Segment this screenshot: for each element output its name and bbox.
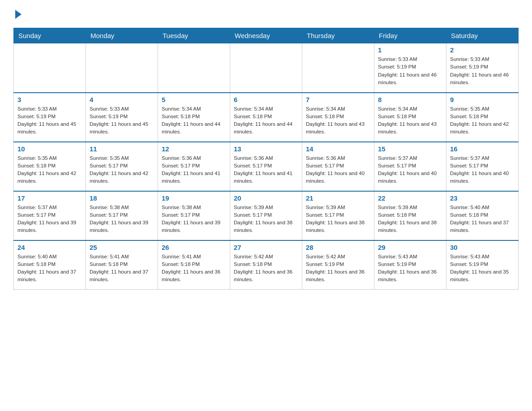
day-info: Sunrise: 5:33 AM Sunset: 5:19 PM Dayligh… [450,56,515,86]
calendar-cell: 7Sunrise: 5:34 AM Sunset: 5:18 PM Daylig… [302,93,374,142]
day-number: 16 [450,145,515,153]
day-info: Sunrise: 5:39 AM Sunset: 5:17 PM Dayligh… [234,204,298,235]
calendar-cell: 4Sunrise: 5:33 AM Sunset: 5:19 PM Daylig… [86,93,158,142]
calendar-cell: 12Sunrise: 5:36 AM Sunset: 5:17 PM Dayli… [158,142,230,191]
day-number: 3 [17,96,82,103]
calendar-cell: 20Sunrise: 5:39 AM Sunset: 5:17 PM Dayli… [230,191,302,240]
day-number: 10 [17,145,82,153]
calendar-cell [158,43,230,93]
calendar-cell: 13Sunrise: 5:36 AM Sunset: 5:17 PM Dayli… [230,142,302,191]
logo [13,9,21,19]
day-info: Sunrise: 5:38 AM Sunset: 5:17 PM Dayligh… [90,204,154,235]
calendar-cell: 8Sunrise: 5:34 AM Sunset: 5:18 PM Daylig… [374,93,446,142]
day-number: 21 [306,194,370,202]
day-info: Sunrise: 5:43 AM Sunset: 5:19 PM Dayligh… [378,253,442,284]
page-header [13,9,519,19]
day-number: 28 [306,244,370,251]
day-number: 12 [162,145,226,153]
calendar-cell: 5Sunrise: 5:34 AM Sunset: 5:18 PM Daylig… [158,93,230,142]
calendar-cell: 27Sunrise: 5:42 AM Sunset: 5:18 PM Dayli… [230,240,302,290]
day-number: 26 [162,244,226,251]
day-number: 13 [234,145,298,153]
day-info: Sunrise: 5:43 AM Sunset: 5:19 PM Dayligh… [450,253,515,284]
day-number: 27 [234,244,298,251]
day-info: Sunrise: 5:37 AM Sunset: 5:17 PM Dayligh… [17,204,82,235]
calendar-table: SundayMondayTuesdayWednesdayThursdayFrid… [13,28,519,290]
day-number: 19 [162,194,226,202]
day-info: Sunrise: 5:34 AM Sunset: 5:18 PM Dayligh… [234,105,298,136]
day-info: Sunrise: 5:34 AM Sunset: 5:18 PM Dayligh… [378,105,442,136]
column-header-thursday: Thursday [302,28,374,43]
day-number: 8 [378,96,442,103]
calendar-cell: 17Sunrise: 5:37 AM Sunset: 5:17 PM Dayli… [14,191,86,240]
calendar-cell: 29Sunrise: 5:43 AM Sunset: 5:19 PM Dayli… [374,240,446,290]
day-info: Sunrise: 5:41 AM Sunset: 5:18 PM Dayligh… [90,253,154,284]
calendar-cell [230,43,302,93]
day-number: 5 [162,96,226,103]
column-header-friday: Friday [374,28,446,43]
day-number: 17 [17,194,82,202]
calendar-cell: 22Sunrise: 5:39 AM Sunset: 5:18 PM Dayli… [374,191,446,240]
calendar-cell: 11Sunrise: 5:35 AM Sunset: 5:17 PM Dayli… [86,142,158,191]
day-number: 22 [378,194,442,202]
calendar-cell: 1Sunrise: 5:33 AM Sunset: 5:19 PM Daylig… [374,43,446,93]
calendar-week-row: 1Sunrise: 5:33 AM Sunset: 5:19 PM Daylig… [14,43,519,93]
calendar-cell: 10Sunrise: 5:35 AM Sunset: 5:18 PM Dayli… [14,142,86,191]
day-number: 25 [90,244,154,251]
day-info: Sunrise: 5:39 AM Sunset: 5:18 PM Dayligh… [378,204,442,235]
day-info: Sunrise: 5:33 AM Sunset: 5:19 PM Dayligh… [378,56,442,86]
day-number: 2 [450,46,515,54]
day-info: Sunrise: 5:38 AM Sunset: 5:17 PM Dayligh… [162,204,226,235]
calendar-cell: 25Sunrise: 5:41 AM Sunset: 5:18 PM Dayli… [86,240,158,290]
day-info: Sunrise: 5:40 AM Sunset: 5:18 PM Dayligh… [450,204,515,235]
day-info: Sunrise: 5:35 AM Sunset: 5:17 PM Dayligh… [90,154,154,185]
day-number: 15 [378,145,442,153]
calendar-cell: 21Sunrise: 5:39 AM Sunset: 5:17 PM Dayli… [302,191,374,240]
day-number: 9 [450,96,515,103]
day-info: Sunrise: 5:36 AM Sunset: 5:17 PM Dayligh… [234,154,298,185]
day-info: Sunrise: 5:42 AM Sunset: 5:18 PM Dayligh… [234,253,298,284]
calendar-cell: 18Sunrise: 5:38 AM Sunset: 5:17 PM Dayli… [86,191,158,240]
column-header-saturday: Saturday [446,28,519,43]
calendar-cell: 24Sunrise: 5:40 AM Sunset: 5:18 PM Dayli… [14,240,86,290]
day-info: Sunrise: 5:34 AM Sunset: 5:18 PM Dayligh… [306,105,370,136]
calendar-cell: 26Sunrise: 5:41 AM Sunset: 5:18 PM Dayli… [158,240,230,290]
day-info: Sunrise: 5:33 AM Sunset: 5:19 PM Dayligh… [17,105,82,136]
calendar-cell: 28Sunrise: 5:42 AM Sunset: 5:19 PM Dayli… [302,240,374,290]
day-info: Sunrise: 5:39 AM Sunset: 5:17 PM Dayligh… [306,204,370,235]
column-header-wednesday: Wednesday [230,28,302,43]
day-number: 29 [378,244,442,251]
calendar-cell [14,43,86,93]
logo-arrow-icon [15,10,21,19]
calendar-cell: 2Sunrise: 5:33 AM Sunset: 5:19 PM Daylig… [446,43,519,93]
calendar-cell: 14Sunrise: 5:36 AM Sunset: 5:17 PM Dayli… [302,142,374,191]
day-info: Sunrise: 5:36 AM Sunset: 5:17 PM Dayligh… [162,154,226,185]
calendar-cell: 16Sunrise: 5:37 AM Sunset: 5:17 PM Dayli… [446,142,519,191]
calendar-cell [302,43,374,93]
day-info: Sunrise: 5:37 AM Sunset: 5:17 PM Dayligh… [378,154,442,185]
calendar-cell: 15Sunrise: 5:37 AM Sunset: 5:17 PM Dayli… [374,142,446,191]
day-info: Sunrise: 5:34 AM Sunset: 5:18 PM Dayligh… [162,105,226,136]
day-number: 24 [17,244,82,251]
day-info: Sunrise: 5:40 AM Sunset: 5:18 PM Dayligh… [17,253,82,284]
column-header-tuesday: Tuesday [158,28,230,43]
calendar-header-row: SundayMondayTuesdayWednesdayThursdayFrid… [14,28,519,43]
day-info: Sunrise: 5:41 AM Sunset: 5:18 PM Dayligh… [162,253,226,284]
day-number: 7 [306,96,370,103]
day-number: 14 [306,145,370,153]
calendar-cell: 3Sunrise: 5:33 AM Sunset: 5:19 PM Daylig… [14,93,86,142]
day-info: Sunrise: 5:42 AM Sunset: 5:19 PM Dayligh… [306,253,370,284]
calendar-cell [86,43,158,93]
day-info: Sunrise: 5:35 AM Sunset: 5:18 PM Dayligh… [17,154,82,185]
day-number: 23 [450,194,515,202]
calendar-week-row: 3Sunrise: 5:33 AM Sunset: 5:19 PM Daylig… [14,93,519,142]
day-info: Sunrise: 5:36 AM Sunset: 5:17 PM Dayligh… [306,154,370,185]
calendar-cell: 30Sunrise: 5:43 AM Sunset: 5:19 PM Dayli… [446,240,519,290]
day-number: 11 [90,145,154,153]
day-number: 18 [90,194,154,202]
day-info: Sunrise: 5:35 AM Sunset: 5:18 PM Dayligh… [450,105,515,136]
day-number: 1 [378,46,442,54]
calendar-week-row: 24Sunrise: 5:40 AM Sunset: 5:18 PM Dayli… [14,240,519,290]
day-number: 20 [234,194,298,202]
day-number: 30 [450,244,515,251]
